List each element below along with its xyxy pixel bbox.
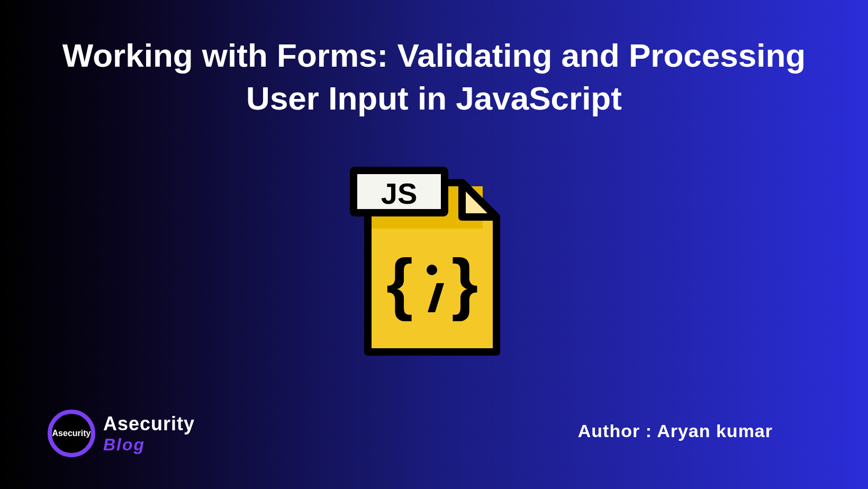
svg-text:JS: JS <box>381 177 418 210</box>
svg-point-5 <box>427 265 437 275</box>
svg-text:}: } <box>451 245 478 322</box>
js-file-icon: JS { } <box>344 148 524 360</box>
author-credit: Author : Aryan kumar <box>578 421 773 441</box>
site-logo: Asecurity Asecurity Blog <box>48 410 195 457</box>
svg-text:{: { <box>386 245 413 322</box>
page-title: Working with Forms: Validating and Proce… <box>0 34 868 120</box>
logo-text-block: Asecurity Blog <box>103 413 195 455</box>
logo-circle-text: Asecurity <box>52 429 91 438</box>
logo-brand-name: Asecurity <box>103 413 195 435</box>
logo-circle-icon: Asecurity <box>48 410 95 457</box>
logo-brand-suffix: Blog <box>103 435 195 455</box>
